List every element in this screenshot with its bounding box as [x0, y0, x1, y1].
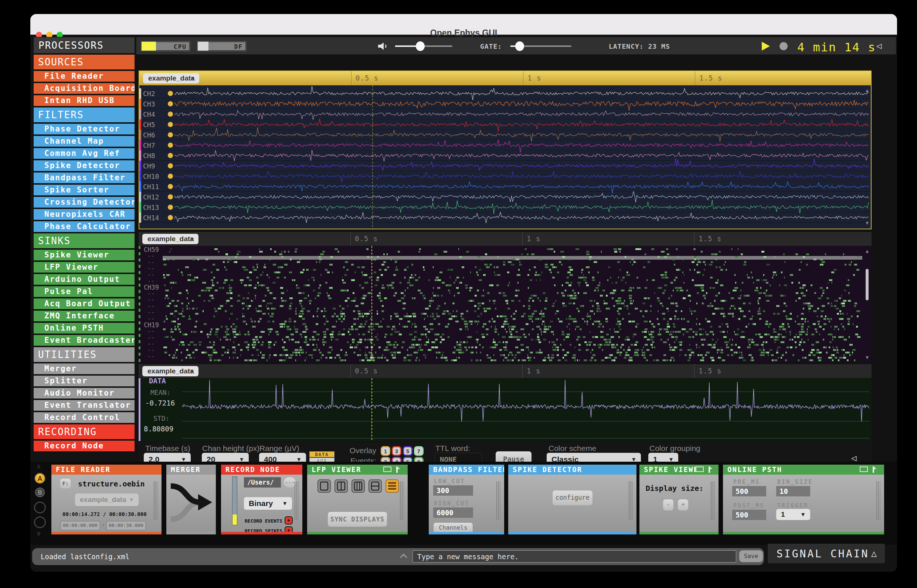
record-format-select[interactable]: Binary▼: [244, 497, 292, 510]
channel-audio-dot[interactable]: [168, 194, 173, 199]
channel-audio-dot[interactable]: [168, 91, 173, 96]
bin-size-field[interactable]: 10: [776, 486, 810, 496]
play-button[interactable]: [762, 42, 770, 51]
sidebar-item-phase-calculator[interactable]: Phase Calculator: [33, 221, 135, 232]
rail-up-icon[interactable]: △: [37, 462, 40, 469]
sidebar-item-record-control[interactable]: Record Control: [33, 412, 135, 423]
overlay-event-button-3[interactable]: 3: [392, 446, 402, 456]
channel-audio-dot[interactable]: [168, 205, 173, 210]
message-input[interactable]: [413, 550, 736, 562]
sidebar-item-online-psth[interactable]: Online PSTH: [33, 322, 135, 334]
scroll-up-icon[interactable]: ▲: [866, 87, 868, 93]
sidebar-item-event-broadcaster[interactable]: Event Broadcaster: [33, 334, 135, 346]
volume-slider[interactable]: [395, 45, 452, 47]
file-reader-module[interactable]: FILE READER F: structure.oebin example_d…: [51, 465, 162, 535]
record-node-module[interactable]: RECORD NODE /Users/ ... Binary▼ RECORD E…: [221, 465, 302, 535]
sidebar-item-zmq-interface[interactable]: ZMQ Interface: [33, 310, 135, 322]
gate-slider-thumb[interactable]: [515, 41, 524, 51]
sidebar-item-common-avg-ref[interactable]: Common Avg Ref: [33, 148, 135, 159]
layout-two-row-button[interactable]: [368, 480, 382, 493]
channel-audio-dot[interactable]: [168, 111, 173, 117]
overlay-event-button-5[interactable]: 5: [403, 446, 413, 456]
bandpass-filter-module[interactable]: BANDPASS FILTER LOW_CUT 300 HIGH_CUT 600…: [429, 465, 504, 535]
pin-tab-icon[interactable]: [872, 467, 877, 474]
signal-chain-toggle[interactable]: SIGNAL CHAIN △: [768, 544, 885, 563]
sidebar-item-file-reader[interactable]: File Reader: [33, 71, 135, 82]
drag-handle[interactable]: [629, 481, 633, 520]
sidebar-item-pulse-pal[interactable]: Pulse Pal: [33, 286, 135, 297]
window-icon[interactable]: [383, 467, 391, 472]
end-time-field[interactable]: 00:00:30.000: [106, 521, 146, 530]
spike-detector-module[interactable]: SPIKE DETECTOR configure: [508, 465, 637, 535]
sidebar-item-channel-map[interactable]: Channel Map: [33, 136, 135, 147]
pin-tab-icon[interactable]: [396, 467, 400, 474]
chevron-up-icon[interactable]: [401, 553, 407, 559]
drag-handle[interactable]: [496, 481, 501, 520]
trigger-select[interactable]: 1▼: [776, 509, 810, 520]
sidebar-item-merger[interactable]: Merger: [33, 363, 135, 375]
window-icon[interactable]: [696, 467, 704, 472]
data-stream-button[interactable]: DATA: [309, 451, 334, 457]
sidebar-item-splitter[interactable]: Splitter: [33, 375, 135, 387]
channel-audio-dot[interactable]: [168, 163, 173, 168]
sidebar-item-spike-sorter[interactable]: Spike Sorter: [33, 184, 135, 196]
spike-viewer-module[interactable]: SPIKE VIEWER Display size: - +: [640, 465, 719, 535]
layout-three-row-button-selected[interactable]: [386, 480, 399, 493]
sidebar-item-acq-board-output[interactable]: Acq Board Output: [33, 298, 135, 310]
drag-handle[interactable]: [711, 481, 715, 520]
channel-audio-dot[interactable]: [168, 132, 173, 137]
channel-audio-dot[interactable]: [168, 153, 173, 158]
chain-selector-b[interactable]: B: [35, 488, 45, 497]
channel-audio-dot[interactable]: [168, 122, 173, 127]
overlay-event-button-1[interactable]: 1: [381, 446, 390, 456]
sidebar-item-spike-detector[interactable]: Spike Detector: [33, 160, 135, 171]
merger-module[interactable]: MERGER: [166, 465, 216, 535]
start-time-field[interactable]: 00:00:00.000: [60, 521, 100, 530]
sidebar-item-phase-detector[interactable]: Phase Detector: [33, 123, 135, 135]
sidebar-item-arduino-output[interactable]: Arduino Output: [33, 274, 135, 285]
scroll-down-icon[interactable]: ▼: [866, 220, 868, 226]
high-cut-field[interactable]: 6000: [433, 507, 473, 518]
lfp-stream-selector[interactable]: example_data ▼: [143, 73, 199, 84]
channel-audio-dot[interactable]: [168, 215, 173, 220]
sidebar-item-intan-rhd-usb[interactable]: Intan RHD USB: [33, 95, 135, 107]
sidebar-item-spike-viewer[interactable]: Spike Viewer: [33, 249, 135, 261]
layout-single-button[interactable]: [318, 480, 331, 493]
record-path-field[interactable]: /Users/: [244, 477, 281, 488]
drag-handle[interactable]: [876, 481, 880, 520]
scroll-up-icon[interactable]: ▲: [866, 248, 868, 254]
sidebar-item-bandpass-filter[interactable]: Bandpass Filter: [33, 172, 135, 184]
rail-down-icon[interactable]: ▽: [37, 530, 40, 537]
volume-slider-thumb[interactable]: [416, 41, 424, 51]
chain-selector-empty[interactable]: [34, 502, 46, 514]
sidebar-item-audio-monitor[interactable]: Audio Monitor: [33, 388, 135, 399]
record-events-toggle[interactable]: [285, 516, 293, 525]
channel-audio-dot[interactable]: [168, 174, 173, 179]
save-button[interactable]: Save: [739, 550, 763, 562]
lfp-viewer-module[interactable]: LFP VIEWER SYNC DISPLAYS: [307, 465, 408, 535]
drag-handle[interactable]: [400, 481, 404, 520]
drag-handle[interactable]: [295, 481, 299, 520]
sidebar-item-lfp-viewer[interactable]: LFP Viewer: [33, 262, 135, 273]
sync-displays-button[interactable]: SYNC DISPLAYS: [328, 512, 387, 527]
file-stream-select[interactable]: example_data▼: [75, 493, 139, 506]
drag-handle[interactable]: [154, 481, 158, 520]
chain-selector-a[interactable]: A: [34, 473, 45, 484]
gate-slider[interactable]: [510, 45, 572, 47]
channel-audio-dot[interactable]: [168, 101, 173, 107]
sidebar-item-acquisition-board[interactable]: Acquisition Board: [33, 83, 135, 94]
file-select-button[interactable]: F:: [60, 479, 71, 488]
display-size-minus-button[interactable]: -: [663, 499, 674, 510]
record-button[interactable]: [779, 42, 787, 50]
trace-stream-selector[interactable]: example_data ▼: [142, 366, 198, 376]
sidebar-item-crossing-detector[interactable]: Crossing Detector: [33, 197, 135, 208]
pre-ms-field[interactable]: 500: [732, 486, 766, 496]
layout-three-col-button[interactable]: [352, 480, 365, 493]
channel-audio-dot[interactable]: [168, 184, 173, 189]
collapse-toolbar-icon[interactable]: ◁: [876, 40, 881, 51]
channel-audio-dot[interactable]: [168, 142, 173, 148]
scrollbar-thumb[interactable]: [866, 269, 868, 300]
pin-tab-icon[interactable]: [708, 467, 713, 474]
configure-button[interactable]: configure: [552, 491, 593, 505]
layout-two-col-button[interactable]: [334, 480, 348, 493]
